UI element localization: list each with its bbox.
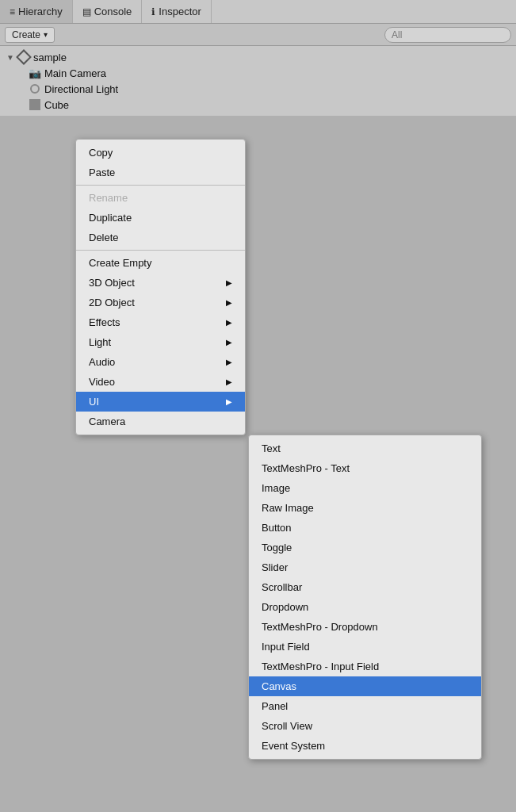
menu-item-effects[interactable]: Effects ▶ xyxy=(76,312,245,332)
create-dropdown-arrow: ▾ xyxy=(44,30,48,39)
sub-menu-item-button-label: Button xyxy=(262,522,292,534)
inspector-icon: ℹ xyxy=(151,6,155,17)
tab-console-label: Console xyxy=(94,6,132,17)
menu-item-paste[interactable]: Paste xyxy=(76,163,245,182)
sub-menu-item-scrollbar[interactable]: Scrollbar xyxy=(249,577,481,597)
menu-item-camera[interactable]: Camera xyxy=(76,412,245,431)
sub-menu-item-textmeshpro-input-field[interactable]: TextMeshPro - Input Field xyxy=(249,657,481,676)
submenu-arrow: ▶ xyxy=(226,397,232,406)
sub-menu-item-dropdown-label: Dropdown xyxy=(262,601,308,613)
sub-context-menu-ui: Text TextMeshPro - Text Image Raw Image … xyxy=(248,435,482,760)
tab-hierarchy-label: Hierarchy xyxy=(18,6,63,17)
sub-menu-item-text[interactable]: Text xyxy=(249,439,481,458)
menu-item-paste-label: Paste xyxy=(89,167,115,178)
sub-menu-item-textmeshpro-text[interactable]: TextMeshPro - Text xyxy=(249,458,481,478)
menu-item-audio-label: Audio xyxy=(89,356,115,368)
menu-item-delete-label: Delete xyxy=(89,232,119,243)
menu-item-video-label: Video xyxy=(89,376,115,388)
menu-item-create-empty-label: Create Empty xyxy=(89,257,151,269)
hierarchy-root[interactable]: ▼ sample xyxy=(0,49,516,65)
menu-item-duplicate[interactable]: Duplicate xyxy=(76,208,245,228)
tab-inspector[interactable]: ℹ Inspector xyxy=(142,0,211,23)
menu-item-3d-object[interactable]: 3D Object ▶ xyxy=(76,273,245,293)
item-label: Cube xyxy=(44,99,69,111)
submenu-arrow: ▶ xyxy=(226,278,232,287)
create-button-label: Create xyxy=(12,29,40,40)
sub-menu-item-input-field[interactable]: Input Field xyxy=(249,637,481,657)
sub-menu-item-canvas[interactable]: Canvas xyxy=(249,676,481,696)
sub-menu-item-scroll-view[interactable]: Scroll View xyxy=(249,716,481,736)
sub-menu-item-text-label: Text xyxy=(262,442,281,454)
menu-item-light[interactable]: Light ▶ xyxy=(76,332,245,352)
hierarchy-icon: ≡ xyxy=(10,6,15,17)
menu-item-2d-object[interactable]: 2D Object ▶ xyxy=(76,293,245,312)
submenu-arrow: ▶ xyxy=(226,318,232,327)
sub-menu-item-image[interactable]: Image xyxy=(249,478,481,498)
sub-menu-item-slider-label: Slider xyxy=(262,561,288,573)
camera-icon: 📷 xyxy=(29,67,41,79)
menu-item-copy[interactable]: Copy xyxy=(76,143,245,163)
submenu-arrow: ▶ xyxy=(226,338,232,347)
submenu-arrow: ▶ xyxy=(226,298,232,307)
root-label: sample xyxy=(33,52,67,63)
submenu-arrow: ▶ xyxy=(226,377,232,386)
sub-menu-item-scrollbar-label: Scrollbar xyxy=(262,581,302,593)
menu-item-effects-label: Effects xyxy=(89,316,120,328)
sub-menu-item-button[interactable]: Button xyxy=(249,518,481,538)
sub-menu-item-event-system-label: Event System xyxy=(262,740,325,752)
menu-item-camera-label: Camera xyxy=(89,416,125,427)
sub-menu-item-event-system[interactable]: Event System xyxy=(249,736,481,756)
hierarchy-item-main-camera[interactable]: 📷 Main Camera xyxy=(0,65,516,81)
tab-inspector-label: Inspector xyxy=(159,6,201,17)
context-menu: Copy Paste Rename Duplicate Delete Creat… xyxy=(75,139,246,435)
sub-menu-item-scroll-view-label: Scroll View xyxy=(262,720,312,732)
separator-1 xyxy=(76,185,245,186)
sub-menu-item-raw-image[interactable]: Raw Image xyxy=(249,498,481,518)
scene-icon xyxy=(17,51,30,63)
toolbar: Create ▾ xyxy=(0,24,516,46)
sub-menu-item-raw-image-label: Raw Image xyxy=(262,502,314,514)
sub-menu-item-textmeshpro-input-field-label: TextMeshPro - Input Field xyxy=(262,661,379,672)
menu-item-rename: Rename xyxy=(76,188,245,208)
hierarchy-panel: ▼ sample 📷 Main Camera Directional Light… xyxy=(0,46,516,116)
sub-menu-item-toggle[interactable]: Toggle xyxy=(249,538,481,557)
sub-menu-item-input-field-label: Input Field xyxy=(262,641,310,653)
sub-menu-item-toggle-label: Toggle xyxy=(262,542,292,553)
create-button[interactable]: Create ▾ xyxy=(5,27,55,43)
console-icon: ▤ xyxy=(82,6,91,17)
item-label: Main Camera xyxy=(44,67,106,79)
sub-menu-item-canvas-label: Canvas xyxy=(262,680,296,692)
search-box[interactable] xyxy=(384,27,511,43)
menu-item-ui[interactable]: UI ▶ xyxy=(76,392,245,412)
menu-item-video[interactable]: Video ▶ xyxy=(76,372,245,392)
sub-menu-item-textmeshpro-text-label: TextMeshPro - Text xyxy=(262,462,350,474)
sub-menu-item-dropdown[interactable]: Dropdown xyxy=(249,597,481,617)
search-input[interactable] xyxy=(392,29,504,40)
separator-2 xyxy=(76,250,245,251)
sub-menu-item-panel-label: Panel xyxy=(262,700,288,712)
sub-menu-item-image-label: Image xyxy=(262,482,290,494)
sub-menu-item-textmeshpro-dropdown-label: TextMeshPro - Dropdown xyxy=(262,621,378,633)
menu-item-delete[interactable]: Delete xyxy=(76,228,245,247)
menu-item-copy-label: Copy xyxy=(89,147,113,159)
item-label: Directional Light xyxy=(44,83,118,95)
hierarchy-item-cube[interactable]: Cube xyxy=(0,97,516,113)
menu-item-ui-label: UI xyxy=(89,396,99,408)
menu-item-light-label: Light xyxy=(89,336,111,348)
tab-hierarchy[interactable]: ≡ Hierarchy xyxy=(0,0,73,23)
menu-item-rename-label: Rename xyxy=(89,192,128,204)
sub-menu-item-slider[interactable]: Slider xyxy=(249,557,481,577)
light-icon-item xyxy=(29,82,41,95)
hierarchy-item-directional-light[interactable]: Directional Light xyxy=(0,81,516,97)
tab-console[interactable]: ▤ Console xyxy=(73,0,143,23)
menu-item-audio[interactable]: Audio ▶ xyxy=(76,352,245,372)
menu-item-duplicate-label: Duplicate xyxy=(89,212,132,224)
sub-menu-item-panel[interactable]: Panel xyxy=(249,696,481,716)
menu-item-create-empty[interactable]: Create Empty xyxy=(76,253,245,273)
menu-item-2d-object-label: 2D Object xyxy=(89,297,135,308)
menu-item-3d-object-label: 3D Object xyxy=(89,277,135,289)
tab-bar: ≡ Hierarchy ▤ Console ℹ Inspector xyxy=(0,0,516,24)
sub-menu-item-textmeshpro-dropdown[interactable]: TextMeshPro - Dropdown xyxy=(249,617,481,637)
submenu-arrow: ▶ xyxy=(226,358,232,366)
cube-icon-item xyxy=(29,98,41,111)
